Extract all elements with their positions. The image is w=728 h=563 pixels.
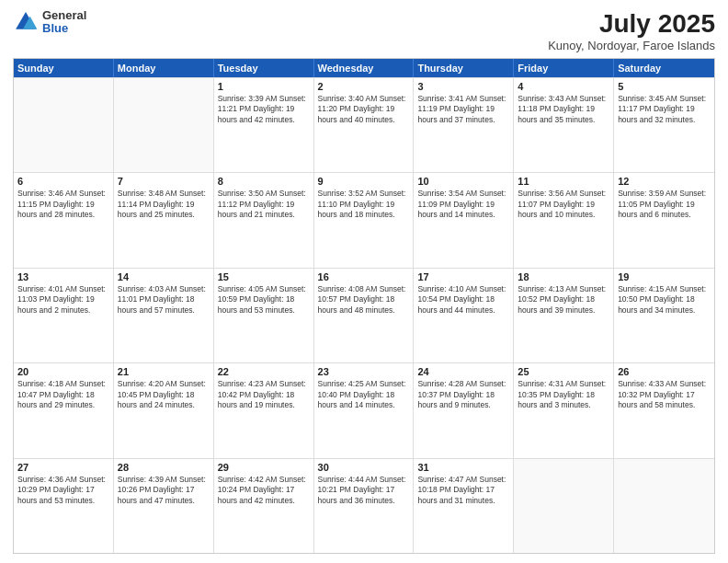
cell-info: Sunrise: 4:28 AM Sunset: 10:37 PM Daylig… bbox=[417, 379, 509, 410]
cal-cell: 13Sunrise: 4:01 AM Sunset: 11:03 PM Dayl… bbox=[14, 269, 114, 362]
header-day-thursday: Thursday bbox=[414, 59, 514, 77]
day-number: 27 bbox=[17, 462, 109, 473]
day-number: 31 bbox=[417, 462, 509, 473]
day-number: 26 bbox=[618, 366, 711, 377]
cell-info: Sunrise: 4:23 AM Sunset: 10:42 PM Daylig… bbox=[218, 379, 310, 410]
day-number: 15 bbox=[218, 271, 310, 282]
day-number: 7 bbox=[118, 176, 210, 187]
day-number: 19 bbox=[618, 271, 711, 282]
cal-cell: 9Sunrise: 3:52 AM Sunset: 11:10 PM Dayli… bbox=[314, 173, 415, 267]
week-row-1: 6Sunrise: 3:46 AM Sunset: 11:15 PM Dayli… bbox=[14, 172, 714, 267]
cal-cell: 14Sunrise: 4:03 AM Sunset: 11:01 PM Dayl… bbox=[114, 269, 214, 362]
week-row-0: 1Sunrise: 3:39 AM Sunset: 11:21 PM Dayli… bbox=[14, 77, 714, 172]
cal-cell: 19Sunrise: 4:15 AM Sunset: 10:50 PM Dayl… bbox=[614, 269, 714, 362]
cal-cell: 23Sunrise: 4:25 AM Sunset: 10:40 PM Dayl… bbox=[314, 363, 415, 457]
day-number: 18 bbox=[518, 271, 609, 282]
cell-info: Sunrise: 4:33 AM Sunset: 10:32 PM Daylig… bbox=[618, 379, 711, 410]
logo-icon bbox=[13, 9, 39, 35]
cell-info: Sunrise: 4:08 AM Sunset: 10:57 PM Daylig… bbox=[318, 284, 410, 316]
day-number: 5 bbox=[618, 81, 711, 92]
cell-info: Sunrise: 4:31 AM Sunset: 10:35 PM Daylig… bbox=[518, 379, 609, 410]
cell-info: Sunrise: 3:45 AM Sunset: 11:17 PM Daylig… bbox=[618, 94, 711, 125]
day-number: 24 bbox=[417, 366, 509, 377]
logo: General Blue bbox=[13, 9, 86, 36]
cal-cell: 16Sunrise: 4:08 AM Sunset: 10:57 PM Dayl… bbox=[314, 269, 415, 362]
cal-cell: 12Sunrise: 3:59 AM Sunset: 11:05 PM Dayl… bbox=[614, 173, 714, 267]
day-number: 4 bbox=[518, 81, 609, 92]
day-number: 30 bbox=[318, 462, 410, 473]
logo-general: General bbox=[42, 9, 86, 22]
cell-info: Sunrise: 4:39 AM Sunset: 10:26 PM Daylig… bbox=[118, 475, 210, 506]
header-day-saturday: Saturday bbox=[614, 59, 714, 77]
cal-cell: 17Sunrise: 4:10 AM Sunset: 10:54 PM Dayl… bbox=[414, 269, 514, 362]
day-number: 21 bbox=[118, 366, 210, 377]
cell-info: Sunrise: 3:52 AM Sunset: 11:10 PM Daylig… bbox=[318, 189, 410, 220]
cell-info: Sunrise: 4:15 AM Sunset: 10:50 PM Daylig… bbox=[618, 284, 711, 316]
day-number: 3 bbox=[417, 81, 509, 92]
cal-cell: 31Sunrise: 4:47 AM Sunset: 10:18 PM Dayl… bbox=[414, 459, 514, 553]
header: General Blue July 2025 Kunoy, Nordoyar, … bbox=[13, 9, 715, 52]
cal-cell: 20Sunrise: 4:18 AM Sunset: 10:47 PM Dayl… bbox=[14, 363, 114, 457]
cal-cell: 8Sunrise: 3:50 AM Sunset: 11:12 PM Dayli… bbox=[214, 173, 314, 267]
cell-info: Sunrise: 3:40 AM Sunset: 11:20 PM Daylig… bbox=[318, 94, 410, 125]
cell-info: Sunrise: 3:48 AM Sunset: 11:14 PM Daylig… bbox=[118, 189, 210, 220]
day-number: 16 bbox=[318, 271, 410, 282]
day-number: 25 bbox=[518, 366, 609, 377]
cal-cell: 3Sunrise: 3:41 AM Sunset: 11:19 PM Dayli… bbox=[414, 78, 514, 172]
header-day-monday: Monday bbox=[114, 59, 214, 77]
cal-cell: 15Sunrise: 4:05 AM Sunset: 10:59 PM Dayl… bbox=[214, 269, 314, 362]
calendar-body: 1Sunrise: 3:39 AM Sunset: 11:21 PM Dayli… bbox=[14, 77, 714, 553]
cal-cell bbox=[514, 459, 614, 553]
header-day-friday: Friday bbox=[514, 59, 614, 77]
cell-info: Sunrise: 4:03 AM Sunset: 11:01 PM Daylig… bbox=[118, 284, 210, 316]
cal-cell: 5Sunrise: 3:45 AM Sunset: 11:17 PM Dayli… bbox=[614, 78, 714, 172]
day-number: 11 bbox=[518, 176, 609, 187]
cal-cell: 30Sunrise: 4:44 AM Sunset: 10:21 PM Dayl… bbox=[314, 459, 415, 553]
cell-info: Sunrise: 4:13 AM Sunset: 10:52 PM Daylig… bbox=[518, 284, 609, 316]
cal-cell: 1Sunrise: 3:39 AM Sunset: 11:21 PM Dayli… bbox=[214, 78, 314, 172]
cell-info: Sunrise: 4:20 AM Sunset: 10:45 PM Daylig… bbox=[118, 379, 210, 410]
day-number: 1 bbox=[218, 81, 310, 92]
day-number: 17 bbox=[417, 271, 509, 282]
day-number: 14 bbox=[118, 271, 210, 282]
day-number: 20 bbox=[17, 366, 109, 377]
calendar-subtitle: Kunoy, Nordoyar, Faroe Islands bbox=[548, 39, 715, 52]
day-number: 22 bbox=[218, 366, 310, 377]
cal-cell: 27Sunrise: 4:36 AM Sunset: 10:29 PM Dayl… bbox=[14, 459, 114, 553]
cell-info: Sunrise: 3:50 AM Sunset: 11:12 PM Daylig… bbox=[218, 189, 310, 220]
title-block: July 2025 Kunoy, Nordoyar, Faroe Islands bbox=[548, 9, 715, 52]
cal-cell: 6Sunrise: 3:46 AM Sunset: 11:15 PM Dayli… bbox=[14, 173, 114, 267]
cal-cell: 29Sunrise: 4:42 AM Sunset: 10:24 PM Dayl… bbox=[214, 459, 314, 553]
cell-info: Sunrise: 4:01 AM Sunset: 11:03 PM Daylig… bbox=[17, 284, 109, 316]
day-number: 28 bbox=[118, 462, 210, 473]
cell-info: Sunrise: 4:36 AM Sunset: 10:29 PM Daylig… bbox=[17, 475, 109, 506]
cell-info: Sunrise: 4:10 AM Sunset: 10:54 PM Daylig… bbox=[417, 284, 509, 316]
cal-cell: 11Sunrise: 3:56 AM Sunset: 11:07 PM Dayl… bbox=[514, 173, 614, 267]
cal-cell bbox=[114, 78, 214, 172]
cal-cell: 26Sunrise: 4:33 AM Sunset: 10:32 PM Dayl… bbox=[614, 363, 714, 457]
cell-info: Sunrise: 4:47 AM Sunset: 10:18 PM Daylig… bbox=[417, 475, 509, 506]
header-day-sunday: Sunday bbox=[14, 59, 114, 77]
cell-info: Sunrise: 3:46 AM Sunset: 11:15 PM Daylig… bbox=[17, 189, 109, 220]
day-number: 10 bbox=[417, 176, 509, 187]
day-number: 6 bbox=[17, 176, 109, 187]
cell-info: Sunrise: 3:43 AM Sunset: 11:18 PM Daylig… bbox=[518, 94, 609, 125]
cell-info: Sunrise: 4:25 AM Sunset: 10:40 PM Daylig… bbox=[318, 379, 410, 410]
cell-info: Sunrise: 3:59 AM Sunset: 11:05 PM Daylig… bbox=[618, 189, 711, 220]
cal-cell: 10Sunrise: 3:54 AM Sunset: 11:09 PM Dayl… bbox=[414, 173, 514, 267]
cell-info: Sunrise: 4:44 AM Sunset: 10:21 PM Daylig… bbox=[318, 475, 410, 506]
cal-cell: 18Sunrise: 4:13 AM Sunset: 10:52 PM Dayl… bbox=[514, 269, 614, 362]
cell-info: Sunrise: 3:56 AM Sunset: 11:07 PM Daylig… bbox=[518, 189, 609, 220]
cell-info: Sunrise: 4:18 AM Sunset: 10:47 PM Daylig… bbox=[17, 379, 109, 410]
cal-cell: 28Sunrise: 4:39 AM Sunset: 10:26 PM Dayl… bbox=[114, 459, 214, 553]
header-day-wednesday: Wednesday bbox=[314, 59, 415, 77]
day-number: 8 bbox=[218, 176, 310, 187]
cell-info: Sunrise: 4:42 AM Sunset: 10:24 PM Daylig… bbox=[218, 475, 310, 506]
week-row-4: 27Sunrise: 4:36 AM Sunset: 10:29 PM Dayl… bbox=[14, 458, 714, 553]
calendar-header: SundayMondayTuesdayWednesdayThursdayFrid… bbox=[14, 59, 714, 77]
cal-cell: 22Sunrise: 4:23 AM Sunset: 10:42 PM Dayl… bbox=[214, 363, 314, 457]
day-number: 2 bbox=[318, 81, 410, 92]
logo-blue: Blue bbox=[42, 22, 86, 35]
header-day-tuesday: Tuesday bbox=[214, 59, 314, 77]
cal-cell bbox=[614, 459, 714, 553]
